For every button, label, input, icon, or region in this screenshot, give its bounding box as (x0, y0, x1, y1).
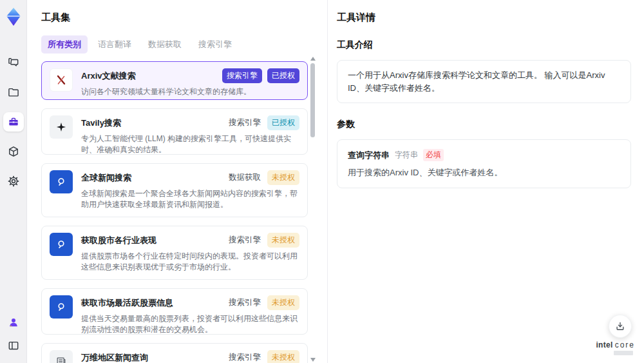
folder-icon[interactable] (3, 83, 24, 102)
arxiv-logo-icon (50, 68, 73, 92)
auth-status-badge: 已授权 (267, 68, 299, 83)
category-badge: 搜索引擎 (227, 115, 262, 130)
news-search-icon (50, 233, 73, 256)
auth-status-badge: 未授权 (267, 295, 299, 310)
parameter-description: 用于搜索的Arxiv ID、关键字或作者姓名。 (348, 167, 620, 179)
auth-status-badge: 未授权 (267, 350, 299, 363)
params-section-title: 参数 (337, 119, 631, 130)
tavily-sparkle-icon (50, 115, 73, 139)
tool-card-tavily[interactable]: Tavily搜索 搜索引擎 已授权 专为人工智能代理 (LLM) 构建的搜索引擎… (41, 108, 308, 155)
tab-all-categories[interactable]: 所有类别 (41, 35, 88, 54)
intel-core-logo: intelcore (596, 340, 635, 355)
tool-card-arxiv[interactable]: Arxiv文献搜索 搜索引擎 已授权 访问各个研究领域大量科学论文和文章的存储库… (41, 61, 308, 100)
chat-icon[interactable] (3, 53, 24, 72)
news-search-icon (50, 295, 73, 319)
tool-description: 提供股票市场各个行业在特定时间段内的表现。投资者可以利用这些信息来识别表现优于或… (81, 251, 299, 273)
parameter-required-badge: 必填 (423, 149, 444, 161)
tool-card-regional-news[interactable]: 万维地区新闻查询 搜索引擎 未授权 查询具体行政区划内的新闻，快速了解各地新闻动 (41, 343, 308, 363)
tab-search-engine[interactable]: 搜索引擎 (192, 35, 238, 54)
category-badge: 搜索引擎 (227, 233, 262, 248)
app-logo-icon[interactable] (3, 5, 24, 28)
brand-intel-text: intel (596, 340, 612, 349)
category-tabs: 所有类别 语言翻译 数据获取 搜索引擎 (41, 35, 327, 54)
panel-toggle-icon[interactable] (5, 337, 23, 354)
list-scrollbar[interactable] (310, 55, 316, 363)
tool-list-panel: 工具集 所有类别 语言翻译 数据获取 搜索引擎 Arxiv文献搜索 (27, 0, 327, 363)
tool-description: 提供当天交易量最高的股票列表，投资者可以利用这些信息来识别流动性强的股票和潜在的… (81, 313, 299, 335)
scroll-up-arrow-icon[interactable] (310, 57, 316, 61)
download-button[interactable] (609, 315, 632, 338)
tab-language-translation[interactable]: 语言翻译 (91, 35, 138, 54)
brand-sub-mark (614, 351, 633, 355)
tool-list: Arxiv文献搜索 搜索引擎 已授权 访问各个研究领域大量科学论文和文章的存储库… (41, 61, 308, 363)
tool-details-panel: 工具详情 工具介绍 一个用于从Arxiv存储库搜索科学论文和文章的工具。 输入可… (327, 0, 644, 363)
tool-description: 专为人工智能代理 (LLM) 构建的搜索引擎工具，可快速提供实时、准确和真实的结… (81, 133, 299, 155)
parameter-card: 查询字符串 字符串 必填 用于搜索的Arxiv ID、关键字或作者姓名。 (337, 139, 631, 188)
tool-name: Tavily搜索 (81, 117, 121, 129)
tab-data-fetch[interactable]: 数据获取 (142, 35, 188, 54)
user-avatar-icon[interactable] (5, 314, 23, 331)
details-title: 工具详情 (337, 12, 631, 24)
auth-status-badge: 未授权 (267, 170, 299, 185)
tool-card-global-news[interactable]: 全球新闻搜索 数据获取 未授权 全球新闻搜索是一个聚合全球各大新闻网站内容的搜索… (41, 163, 308, 217)
page-title: 工具集 (41, 12, 327, 24)
newspaper-icon (50, 350, 73, 363)
settings-gear-icon[interactable] (3, 172, 24, 191)
sidebar-nav (3, 53, 24, 191)
sidebar-footer (5, 314, 23, 354)
category-badge: 数据获取 (227, 170, 262, 185)
auth-status-badge: 已授权 (267, 115, 299, 130)
parameter-type: 字符串 (395, 150, 418, 161)
scrollbar-thumb[interactable] (310, 63, 315, 137)
tool-card-sector-performance[interactable]: 获取股市各行业表现 搜索引擎 未授权 提供股票市场各个行业在特定时间段内的表现。… (41, 226, 308, 280)
sidebar (0, 0, 27, 363)
tool-name: 全球新闻搜索 (81, 172, 131, 184)
tool-name: 获取股市各行业表现 (81, 235, 156, 246)
tool-name: Arxiv文献搜索 (81, 70, 136, 82)
tool-name: 万维地区新闻查询 (81, 352, 148, 363)
tool-description: 全球新闻搜索是一个聚合全球各大新闻网站内容的搜索引擎，帮助用户快速获取全球最新资… (81, 188, 299, 211)
tool-intro-text: 一个用于从Arxiv存储库搜索科学论文和文章的工具。 输入可以是Arxiv ID… (337, 60, 631, 103)
app-root: 工具集 所有类别 语言翻译 数据获取 搜索引擎 Arxiv文献搜索 (0, 0, 644, 363)
intro-section-title: 工具介绍 (337, 39, 631, 51)
category-badge: 搜索引擎 (222, 68, 262, 83)
toolbox-icon[interactable] (3, 112, 24, 132)
tool-card-most-active-stocks[interactable]: 获取市场最活跃股票信息 搜索引擎 未授权 提供当天交易量最高的股票列表，投资者可… (41, 288, 308, 335)
category-badge: 搜索引擎 (227, 350, 262, 363)
scroll-down-arrow-icon[interactable] (310, 358, 316, 362)
tool-description: 访问各个研究领域大量科学论文和文章的存储库。 (81, 86, 299, 97)
parameter-name: 查询字符串 (348, 150, 390, 161)
brand-core-text: core (615, 340, 635, 349)
auth-status-badge: 未授权 (267, 233, 299, 248)
package-icon[interactable] (3, 142, 24, 161)
tool-name: 获取市场最活跃股票信息 (81, 297, 173, 309)
category-badge: 搜索引擎 (227, 295, 262, 310)
news-search-icon (50, 170, 73, 193)
